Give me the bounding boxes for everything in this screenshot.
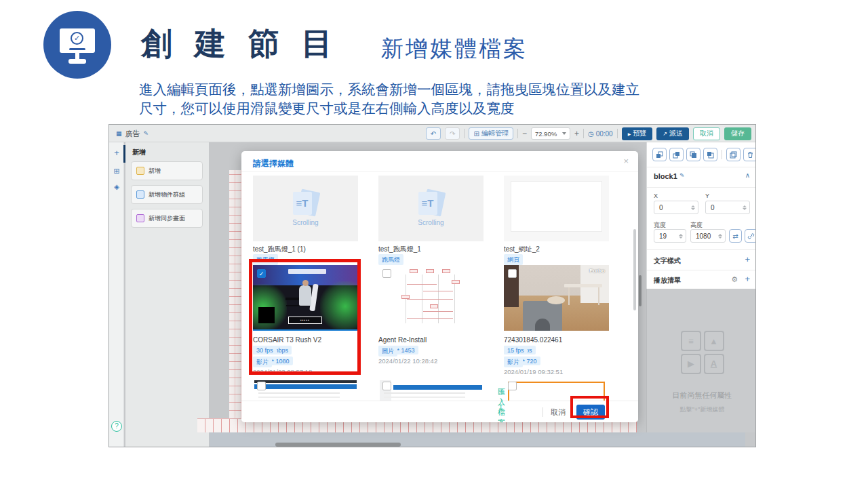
preview-button[interactable]: ▶ 預覽: [622, 127, 653, 140]
zoom-select[interactable]: 72.90%: [531, 127, 570, 140]
checkbox[interactable]: [382, 269, 391, 278]
send-to-back-button[interactable]: [703, 148, 717, 161]
zoom-in-button[interactable]: +: [574, 129, 579, 138]
media-name: 724301845.022461: [504, 336, 609, 344]
help-button[interactable]: ?: [111, 421, 122, 432]
image-icon: ▲: [704, 331, 724, 351]
monitor-icon: ✓: [60, 28, 95, 53]
clock-icon: ◷: [588, 130, 594, 138]
add-object-group-button[interactable]: 新增物件群組: [131, 185, 203, 204]
x-input[interactable]: 0: [654, 201, 698, 214]
collapse-chevron-icon[interactable]: ∧: [745, 171, 750, 179]
media-name: test_網址_2: [504, 245, 609, 254]
bring-to-front-button[interactable]: [686, 148, 701, 161]
delete-button[interactable]: [743, 148, 756, 161]
add-playlist-button[interactable]: +: [745, 274, 750, 284]
y-input[interactable]: 0: [705, 201, 750, 214]
add-text-style-button[interactable]: +: [745, 254, 750, 264]
redo-icon: ↷: [450, 130, 455, 138]
save-button[interactable]: 儲存: [724, 127, 751, 140]
stepper-icon[interactable]: [718, 234, 722, 239]
bring-forward-button[interactable]: [652, 148, 667, 161]
media-type-tag: 圖片: [378, 346, 397, 357]
vertical-scrollbar[interactable]: [639, 275, 642, 306]
add-panel-title: 新增: [132, 148, 146, 157]
inspector-empty-state: ≡ ▲ ▶ A 目前尚無任何屬性 點擊"+"新增媒體: [646, 289, 756, 432]
checkbox[interactable]: [257, 382, 266, 390]
close-icon[interactable]: ×: [623, 156, 629, 166]
rename-pencil-icon[interactable]: ✎: [144, 130, 149, 137]
add-media-icon: [136, 167, 144, 175]
camera-watermark: Furbo: [589, 268, 605, 274]
modal-scrollbar[interactable]: [633, 229, 636, 310]
modal-title: 請選擇媒體: [253, 158, 294, 169]
media-name: test_跑馬燈_1 (1): [253, 245, 358, 254]
height-input[interactable]: 1080: [690, 229, 726, 243]
media-date: 2024/01/19 09:32:51: [504, 368, 563, 375]
play-icon: ▶: [681, 354, 701, 374]
description-line-1: 進入編輯頁面後，點選新增圖示，系統會新增一個區塊，請拖曳區塊位置以及建立: [139, 80, 639, 99]
app-toolbar: ▦ 廣告 ✎ ↶ ↷ ⊞ 編輯管理 − 72.90% + ◷ 00:00: [109, 125, 756, 142]
edit-manage-button[interactable]: ⊞ 編輯管理: [469, 127, 513, 140]
object-group-icon: [136, 190, 144, 199]
fps-tag: 15 fps: [504, 346, 528, 354]
playlist-section: 播放清單: [654, 276, 681, 285]
zoom-out-button[interactable]: −: [522, 129, 527, 138]
list-icon: ≡: [681, 331, 701, 351]
redo-button[interactable]: ↷: [445, 127, 460, 140]
horizontal-scrollbar[interactable]: [275, 443, 401, 447]
send-icon: ↗: [663, 131, 667, 137]
media-name: test_跑馬燈_1: [378, 245, 484, 254]
chevron-down-icon: [562, 132, 566, 135]
checkbox[interactable]: [508, 382, 517, 390]
stepper-icon[interactable]: [691, 205, 695, 210]
description-line-2: 尺寸，您可以使用滑鼠變更尺寸或是在右側輸入高度以及寬度: [139, 99, 639, 118]
grid-icon: ⊞: [473, 130, 479, 138]
add-tab-icon[interactable]: +: [109, 148, 124, 158]
send-backward-button[interactable]: [669, 148, 684, 161]
gear-icon[interactable]: ⚙: [731, 275, 738, 284]
page-description: 進入編輯頁面後，點選新增圖示，系統會新增一個區塊，請拖曳區塊位置以及建立 尺寸，…: [139, 80, 639, 118]
lock-ratio-button[interactable]: [745, 229, 756, 243]
empty-state-title: 目前尚無任何屬性: [647, 390, 756, 401]
add-sync-screen-button[interactable]: 新增同步畫面: [131, 209, 203, 228]
media-thumbnail-image: [378, 265, 484, 331]
app-screenshot: ▦ 廣告 ✎ ↶ ↷ ⊞ 編輯管理 − 72.90% + ◷ 00:00: [108, 124, 756, 447]
checkbox[interactable]: [508, 269, 517, 278]
checkbox[interactable]: [382, 382, 391, 390]
dispatch-button[interactable]: ↗ 派送: [656, 127, 689, 140]
play-icon: ▶: [628, 131, 631, 136]
sync-screen-icon: [136, 214, 144, 222]
page-title: 創 建 節 目: [141, 23, 339, 65]
media-type-tag: 網頁: [504, 254, 523, 265]
layers-tab-icon[interactable]: ◈: [109, 183, 124, 190]
canvas-ruler-grid: [229, 170, 241, 418]
stepper-icon[interactable]: [743, 205, 747, 210]
undo-icon: ↶: [431, 130, 436, 138]
stepper-icon[interactable]: [679, 234, 683, 239]
left-icon-rail: + ⊞ ◈: [109, 142, 124, 447]
block-name: block1: [654, 172, 677, 180]
doc-type-icon: ▦: [116, 130, 122, 137]
swap-dimensions-button[interactable]: ⇄: [729, 229, 742, 243]
annotation-box-confirm: [570, 396, 609, 418]
width-input[interactable]: 19: [654, 229, 686, 243]
inspector-panel: block1 ✎ ∧ X Y 0 0 寬度 高度 19 1080 ⇄ 文字樣式 …: [646, 142, 756, 289]
rename-block-icon[interactable]: ✎: [679, 172, 685, 179]
media-thumbnail-video: Furbo: [504, 265, 609, 331]
cancel-button[interactable]: 取消: [693, 127, 720, 140]
diagram-graphic: [400, 269, 462, 326]
scrolling-file-icon: ≡T: [291, 190, 321, 218]
modal-cancel-button[interactable]: 取消: [551, 407, 566, 418]
media-name: Agent Re-Install: [378, 336, 484, 344]
duplicate-button[interactable]: [726, 148, 741, 161]
scrolling-file-icon: ≡T: [416, 190, 446, 218]
widgets-tab-icon[interactable]: ⊞: [109, 167, 124, 176]
tutorial-brand-icon: ✓: [43, 11, 111, 79]
media-thumbnail: ≡T Scrolling: [253, 176, 358, 241]
media-thumbnail: ≡T Scrolling: [378, 176, 484, 241]
media-types-icon: ≡ ▲ ▶ A: [681, 331, 724, 374]
undo-button[interactable]: ↶: [426, 127, 441, 140]
empty-state-hint: 點擊"+"新增媒體: [647, 405, 756, 414]
add-media-button[interactable]: 新增: [131, 161, 203, 180]
